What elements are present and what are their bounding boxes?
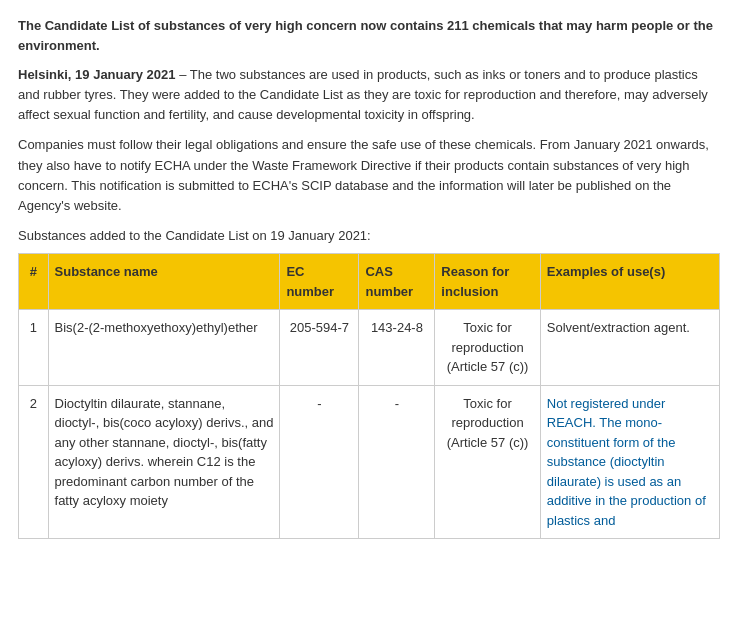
section-title: Substances added to the Candidate List o… (18, 226, 720, 246)
paragraph-2: Companies must follow their legal obliga… (18, 135, 720, 216)
col-cas-header: CAS number (359, 254, 435, 310)
table-row: 2Dioctyltin dilaurate, stannane, dioctyl… (19, 385, 720, 539)
row-cas-number: 143-24-8 (359, 310, 435, 386)
paragraph-1: Helsinki, 19 January 2021 – The two subs… (18, 65, 720, 125)
col-name-header: Substance name (48, 254, 280, 310)
row-ec-number: 205-594-7 (280, 310, 359, 386)
row-substance-name: Dioctyltin dilaurate, stannane, dioctyl-… (48, 385, 280, 539)
row-ec-number: - (280, 385, 359, 539)
substances-table: # Substance name EC number CAS number Re… (18, 253, 720, 539)
row-substance-name: Bis(2-(2-methoxyethoxy)ethyl)ether (48, 310, 280, 386)
col-reason-header: Reason for inclusion (435, 254, 540, 310)
col-ec-header: EC number (280, 254, 359, 310)
row-reason: Toxic for reproduction (Article 57 (c)) (435, 310, 540, 386)
row-examples: Solvent/extraction agent. (540, 310, 719, 386)
date-label: Helsinki, 19 January 2021 (18, 67, 176, 82)
table-row: 1Bis(2-(2-methoxyethoxy)ethyl)ether205-5… (19, 310, 720, 386)
row-number: 1 (19, 310, 49, 386)
row-number: 2 (19, 385, 49, 539)
col-hash-header: # (19, 254, 49, 310)
row-reason: Toxic for reproduction (Article 57 (c)) (435, 385, 540, 539)
table-header-row: # Substance name EC number CAS number Re… (19, 254, 720, 310)
col-examples-header: Examples of use(s) (540, 254, 719, 310)
intro-bold-text: The Candidate List of substances of very… (18, 16, 720, 55)
row-cas-number: - (359, 385, 435, 539)
row-examples: Not registered under REACH. The mono-con… (540, 385, 719, 539)
